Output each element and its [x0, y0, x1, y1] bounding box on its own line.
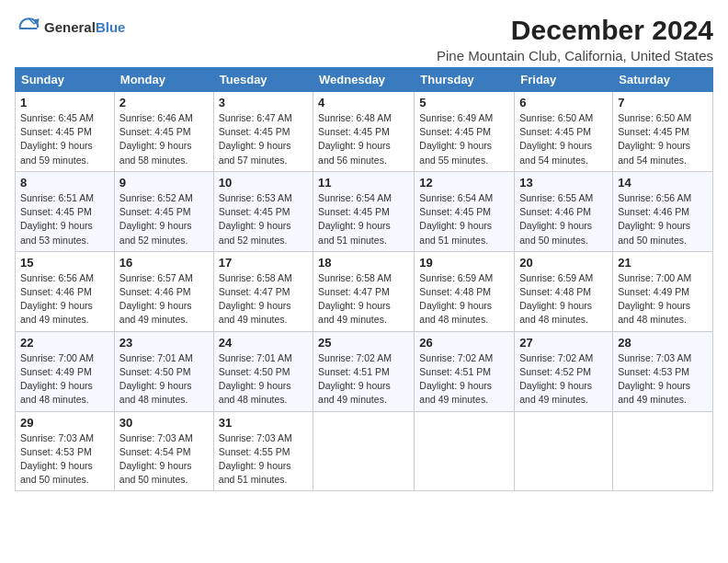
day-number: 15: [20, 256, 109, 270]
logo-blue: Blue: [96, 19, 126, 35]
day-detail: Sunrise: 6:52 AM Sunset: 4:45 PM Dayligh…: [119, 191, 209, 247]
logo-icon: [15, 15, 40, 40]
day-detail: Sunrise: 6:54 AM Sunset: 4:45 PM Dayligh…: [419, 191, 509, 247]
day-detail: Sunrise: 6:50 AM Sunset: 4:45 PM Dayligh…: [519, 111, 608, 167]
day-cell: [515, 411, 613, 491]
day-cell: 27Sunrise: 7:02 AM Sunset: 4:52 PM Dayli…: [515, 331, 613, 411]
header-sunday: Sunday: [16, 68, 115, 92]
day-cell: 26Sunrise: 7:02 AM Sunset: 4:51 PM Dayli…: [415, 331, 515, 411]
day-cell: 3Sunrise: 6:47 AM Sunset: 4:45 PM Daylig…: [213, 92, 313, 172]
day-detail: Sunrise: 7:02 AM Sunset: 4:51 PM Dayligh…: [419, 351, 509, 408]
week-row-1: 1Sunrise: 6:45 AM Sunset: 4:45 PM Daylig…: [16, 92, 713, 172]
day-number: 24: [219, 336, 308, 350]
day-detail: Sunrise: 7:03 AM Sunset: 4:54 PM Dayligh…: [119, 431, 209, 488]
day-cell: 24Sunrise: 7:01 AM Sunset: 4:50 PM Dayli…: [213, 331, 313, 411]
day-cell: 19Sunrise: 6:59 AM Sunset: 4:48 PM Dayli…: [415, 251, 515, 331]
calendar-table: SundayMondayTuesdayWednesdayThursdayFrid…: [15, 67, 713, 491]
day-number: 31: [219, 416, 308, 430]
day-cell: 23Sunrise: 7:01 AM Sunset: 4:50 PM Dayli…: [114, 331, 213, 411]
day-number: 5: [419, 96, 509, 109]
day-number: 17: [219, 256, 308, 270]
day-number: 10: [219, 176, 308, 190]
day-number: 18: [318, 256, 409, 270]
day-detail: Sunrise: 6:45 AM Sunset: 4:45 PM Dayligh…: [20, 111, 109, 167]
day-detail: Sunrise: 6:54 AM Sunset: 4:45 PM Dayligh…: [318, 191, 409, 247]
day-detail: Sunrise: 7:02 AM Sunset: 4:51 PM Dayligh…: [318, 351, 409, 408]
day-number: 8: [20, 176, 109, 190]
day-number: 23: [119, 336, 209, 350]
day-number: 19: [419, 256, 509, 270]
day-detail: Sunrise: 6:51 AM Sunset: 4:45 PM Dayligh…: [20, 191, 109, 247]
logo-text: GeneralBlue: [44, 19, 125, 36]
day-cell: 17Sunrise: 6:58 AM Sunset: 4:47 PM Dayli…: [213, 251, 313, 331]
day-cell: [313, 411, 415, 491]
day-cell: [415, 411, 515, 491]
day-detail: Sunrise: 6:49 AM Sunset: 4:45 PM Dayligh…: [419, 111, 509, 167]
header-monday: Monday: [114, 68, 213, 92]
day-number: 13: [519, 176, 608, 190]
logo: GeneralBlue: [15, 15, 125, 40]
day-detail: Sunrise: 6:53 AM Sunset: 4:45 PM Dayligh…: [219, 191, 308, 247]
day-cell: 1Sunrise: 6:45 AM Sunset: 4:45 PM Daylig…: [16, 92, 115, 172]
day-detail: Sunrise: 6:58 AM Sunset: 4:47 PM Dayligh…: [318, 271, 409, 327]
day-cell: 13Sunrise: 6:55 AM Sunset: 4:46 PM Dayli…: [515, 171, 613, 251]
day-detail: Sunrise: 6:55 AM Sunset: 4:46 PM Dayligh…: [519, 191, 608, 247]
day-number: 3: [219, 96, 308, 109]
day-number: 20: [519, 256, 608, 270]
day-detail: Sunrise: 6:56 AM Sunset: 4:46 PM Dayligh…: [618, 191, 708, 247]
header-saturday: Saturday: [613, 68, 713, 92]
day-number: 2: [119, 96, 209, 109]
subtitle: Pine Mountain Club, California, United S…: [437, 48, 713, 63]
day-cell: 30Sunrise: 7:03 AM Sunset: 4:54 PM Dayli…: [114, 411, 213, 491]
day-number: 29: [20, 416, 109, 430]
day-number: 22: [20, 336, 109, 350]
day-cell: 8Sunrise: 6:51 AM Sunset: 4:45 PM Daylig…: [16, 171, 115, 251]
day-number: 7: [618, 96, 708, 109]
day-number: 6: [519, 96, 608, 109]
day-cell: 4Sunrise: 6:48 AM Sunset: 4:45 PM Daylig…: [313, 92, 415, 172]
header-friday: Friday: [515, 68, 613, 92]
day-cell: 16Sunrise: 6:57 AM Sunset: 4:46 PM Dayli…: [114, 251, 213, 331]
day-number: 21: [618, 256, 708, 270]
header-row: SundayMondayTuesdayWednesdayThursdayFrid…: [16, 68, 713, 92]
day-cell: [613, 411, 713, 491]
day-number: 26: [419, 336, 509, 350]
day-cell: 18Sunrise: 6:58 AM Sunset: 4:47 PM Dayli…: [313, 251, 415, 331]
week-row-5: 29Sunrise: 7:03 AM Sunset: 4:53 PM Dayli…: [16, 411, 713, 491]
day-cell: 20Sunrise: 6:59 AM Sunset: 4:48 PM Dayli…: [515, 251, 613, 331]
header: GeneralBlue December 2024 Pine Mountain …: [15, 15, 713, 63]
day-number: 25: [318, 336, 409, 350]
day-number: 1: [20, 96, 109, 109]
week-row-3: 15Sunrise: 6:56 AM Sunset: 4:46 PM Dayli…: [16, 251, 713, 331]
day-cell: 7Sunrise: 6:50 AM Sunset: 4:45 PM Daylig…: [613, 92, 713, 172]
day-detail: Sunrise: 6:47 AM Sunset: 4:45 PM Dayligh…: [219, 111, 308, 167]
day-number: 27: [519, 336, 608, 350]
day-detail: Sunrise: 7:03 AM Sunset: 4:53 PM Dayligh…: [20, 431, 109, 488]
day-detail: Sunrise: 7:00 AM Sunset: 4:49 PM Dayligh…: [20, 351, 109, 408]
day-cell: 22Sunrise: 7:00 AM Sunset: 4:49 PM Dayli…: [16, 331, 115, 411]
svg-rect-0: [19, 28, 38, 29]
day-detail: Sunrise: 7:03 AM Sunset: 4:55 PM Dayligh…: [219, 431, 308, 488]
main-title: December 2024: [437, 15, 713, 46]
week-row-4: 22Sunrise: 7:00 AM Sunset: 4:49 PM Dayli…: [16, 331, 713, 411]
day-detail: Sunrise: 6:56 AM Sunset: 4:46 PM Dayligh…: [20, 271, 109, 327]
day-cell: 11Sunrise: 6:54 AM Sunset: 4:45 PM Dayli…: [313, 171, 415, 251]
day-detail: Sunrise: 6:59 AM Sunset: 4:48 PM Dayligh…: [519, 271, 608, 327]
day-number: 28: [618, 336, 708, 350]
day-number: 14: [618, 176, 708, 190]
day-cell: 29Sunrise: 7:03 AM Sunset: 4:53 PM Dayli…: [16, 411, 115, 491]
day-cell: 28Sunrise: 7:03 AM Sunset: 4:53 PM Dayli…: [613, 331, 713, 411]
day-detail: Sunrise: 6:48 AM Sunset: 4:45 PM Dayligh…: [318, 111, 409, 167]
day-detail: Sunrise: 6:46 AM Sunset: 4:45 PM Dayligh…: [119, 111, 209, 167]
day-detail: Sunrise: 7:00 AM Sunset: 4:49 PM Dayligh…: [618, 271, 708, 327]
day-cell: 31Sunrise: 7:03 AM Sunset: 4:55 PM Dayli…: [213, 411, 313, 491]
day-number: 4: [318, 96, 409, 109]
day-cell: 2Sunrise: 6:46 AM Sunset: 4:45 PM Daylig…: [114, 92, 213, 172]
logo-general: General: [44, 19, 96, 35]
day-cell: 9Sunrise: 6:52 AM Sunset: 4:45 PM Daylig…: [114, 171, 213, 251]
day-number: 11: [318, 176, 409, 190]
day-cell: 10Sunrise: 6:53 AM Sunset: 4:45 PM Dayli…: [213, 171, 313, 251]
title-area: December 2024 Pine Mountain Club, Califo…: [437, 15, 713, 63]
day-cell: 5Sunrise: 6:49 AM Sunset: 4:45 PM Daylig…: [415, 92, 515, 172]
header-thursday: Thursday: [415, 68, 515, 92]
